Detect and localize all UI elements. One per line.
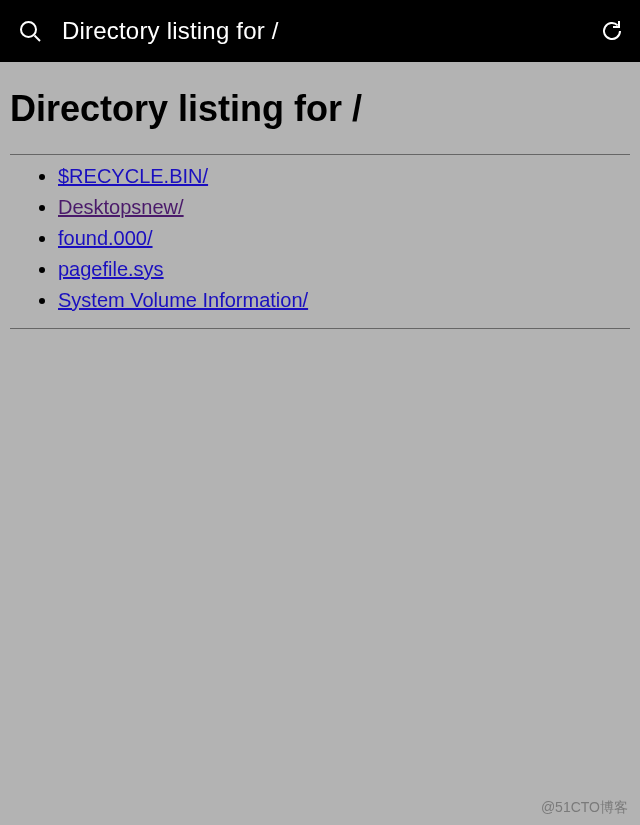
directory-link[interactable]: pagefile.sys	[58, 258, 164, 280]
divider-bottom	[10, 328, 630, 329]
list-item: System Volume Information/	[58, 285, 630, 316]
list-item: Desktopsnew/	[58, 192, 630, 223]
page-title-bar: Directory listing for /	[62, 17, 580, 45]
search-icon[interactable]	[18, 19, 42, 43]
directory-link[interactable]: found.000/	[58, 227, 153, 249]
list-item: $RECYCLE.BIN/	[58, 161, 630, 192]
browser-topbar: Directory listing for /	[0, 0, 640, 62]
directory-link[interactable]: Desktopsnew/	[58, 196, 184, 218]
page-heading: Directory listing for /	[10, 88, 630, 130]
watermark: @51CTO博客	[541, 799, 628, 817]
page-content: Directory listing for / $RECYCLE.BIN/ De…	[0, 62, 640, 345]
directory-link[interactable]: System Volume Information/	[58, 289, 308, 311]
reload-icon[interactable]	[600, 19, 624, 43]
list-item: pagefile.sys	[58, 254, 630, 285]
directory-listing: $RECYCLE.BIN/ Desktopsnew/ found.000/ pa…	[10, 155, 630, 328]
svg-line-1	[35, 36, 41, 42]
list-item: found.000/	[58, 223, 630, 254]
directory-link[interactable]: $RECYCLE.BIN/	[58, 165, 208, 187]
svg-point-0	[21, 22, 36, 37]
